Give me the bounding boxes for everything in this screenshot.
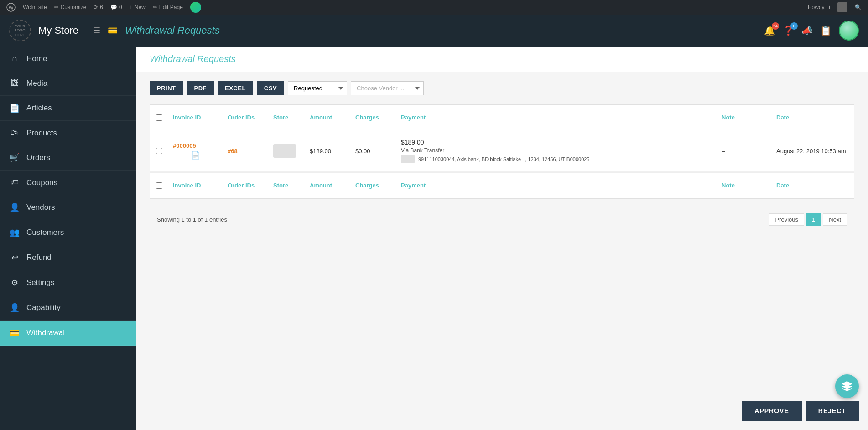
new-btn[interactable]: + New xyxy=(127,0,148,15)
customize-btn[interactable]: ✏ Customize xyxy=(52,0,89,15)
revisions-icon: ⟳ xyxy=(94,4,98,10)
header-invoice-id: Invoice ID xyxy=(168,110,223,124)
comments-btn[interactable]: 💬 0 xyxy=(108,0,125,15)
footer-select-all-checkbox[interactable] xyxy=(156,182,162,189)
howdy-text: Howdy, i xyxy=(805,0,833,15)
sidebar-label-media: Media xyxy=(26,79,47,88)
header-date: Date xyxy=(772,110,854,124)
approve-button[interactable]: APPROVE xyxy=(742,401,801,421)
notes-btn[interactable]: 📋 xyxy=(820,25,832,36)
sidebar-item-settings[interactable]: ⚙ Settings xyxy=(0,270,136,295)
table-header: Invoice ID Order IDs Store Amount Charge… xyxy=(150,105,854,130)
sidebar-label-customers: Customers xyxy=(26,228,64,237)
excel-button[interactable]: EXCEL xyxy=(218,81,253,95)
store-name: My Store xyxy=(38,25,78,36)
bank-info-text: 9911110030044, Axis bank, BD block Saltl… xyxy=(418,156,590,162)
pdf-button[interactable]: PDF xyxy=(187,81,214,95)
page-header-title: Withdrawal Requests xyxy=(150,54,854,64)
edit-page-btn[interactable]: ✏ Edit Page xyxy=(150,0,186,15)
content-area: PRINT PDF EXCEL CSV Requested Approved R… xyxy=(136,72,868,240)
page-1-btn[interactable]: 1 xyxy=(806,213,821,226)
row-amount: $189.00 xyxy=(305,144,351,158)
pagination-area: Showing 1 to 1 of 1 entries Previous 1 N… xyxy=(150,208,854,231)
row-store xyxy=(269,140,305,161)
footer-header-date: Date xyxy=(772,178,854,192)
vendor-select[interactable]: Choose Vendor ... xyxy=(351,81,424,95)
sidebar-label-vendors: Vendors xyxy=(26,203,55,212)
order-link[interactable]: #68 xyxy=(228,148,238,155)
sidebar-label-coupons: Coupons xyxy=(26,178,57,187)
invoice-download-icon[interactable]: 📄 xyxy=(173,151,218,160)
row-checkbox-cell xyxy=(150,144,168,158)
store-image xyxy=(273,144,296,158)
wp-logo[interactable]: W xyxy=(4,0,18,15)
sidebar: ⌂ Home 🖼 Media 📄 Articles 🛍 Products 🛒 O… xyxy=(0,47,136,430)
help-btn[interactable]: ❓ 0 xyxy=(783,25,794,36)
megaphone-btn[interactable]: 📣 xyxy=(801,25,813,36)
sidebar-item-customers[interactable]: 👥 Customers xyxy=(0,220,136,245)
sidebar-item-coupons[interactable]: 🏷 Coupons xyxy=(0,171,136,195)
user-avatar[interactable] xyxy=(839,21,859,41)
footer-header-order-ids: Order IDs xyxy=(223,178,269,192)
footer-header-charges: Charges xyxy=(351,178,396,192)
next-page-btn[interactable]: Next xyxy=(823,213,847,226)
sidebar-item-vendors[interactable]: 👤 Vendors xyxy=(0,195,136,220)
status-select[interactable]: Requested Approved Rejected xyxy=(288,81,347,95)
main-content: Withdrawal Requests PRINT PDF EXCEL CSV … xyxy=(136,47,868,430)
sidebar-item-articles[interactable]: 📄 Articles xyxy=(0,96,136,121)
print-button[interactable]: PRINT xyxy=(150,81,183,95)
page-header-bar: Withdrawal Requests xyxy=(136,47,868,72)
csv-button[interactable]: CSV xyxy=(257,81,284,95)
sidebar-item-home[interactable]: ⌂ Home xyxy=(0,47,136,71)
credit-card-icon[interactable]: 💳 xyxy=(108,26,118,36)
bottom-actions: APPROVE REJECT xyxy=(742,401,859,421)
footer-checkbox-cell xyxy=(150,179,168,192)
sidebar-item-refund[interactable]: ↩ Refund xyxy=(0,245,136,270)
search-bar-btn[interactable]: 🔍 xyxy=(852,0,864,15)
store-logo: YOUR LOGO HERE xyxy=(9,20,31,41)
sidebar-item-withdrawal[interactable]: 💳 Withdrawal xyxy=(0,321,136,346)
wcfm-avatar[interactable] xyxy=(187,0,204,15)
withdrawal-table: Invoice ID Order IDs Store Amount Charge… xyxy=(150,104,854,199)
bank-details: 9911110030044, Axis bank, BD block Saltl… xyxy=(401,155,712,163)
sidebar-item-capability[interactable]: 👤 Capability xyxy=(0,295,136,321)
footer-header-payment: Payment xyxy=(396,178,717,192)
sidebar-label-withdrawal: Withdrawal xyxy=(26,328,65,337)
footer-header-store: Store xyxy=(269,178,305,192)
fab-cube-button[interactable] xyxy=(835,374,859,398)
top-header: YOUR LOGO HERE My Store ☰ 💳 Withdrawal R… xyxy=(0,15,868,47)
admin-avatar[interactable] xyxy=(835,0,850,15)
footer-header-note: Note xyxy=(717,178,772,192)
articles-icon: 📄 xyxy=(9,103,20,113)
table-row: #000005 📄 #68 $189.00 $0.00 $189.00 xyxy=(150,130,854,172)
site-name-bar[interactable]: Wcfm site xyxy=(20,0,50,15)
sidebar-label-home: Home xyxy=(26,54,47,63)
content-wrapper: ⌂ Home 🖼 Media 📄 Articles 🛍 Products 🛒 O… xyxy=(0,47,868,430)
home-icon: ⌂ xyxy=(9,54,20,63)
payment-method: Via Bank Transfer xyxy=(401,147,712,154)
bank-logo xyxy=(401,155,415,163)
row-date: August 22, 2019 10:53 am xyxy=(772,144,854,158)
notifications-btn[interactable]: 🔔 24 xyxy=(764,25,775,36)
payment-amount: $189.00 xyxy=(401,139,712,146)
sidebar-item-products[interactable]: 🛍 Products xyxy=(0,121,136,145)
vendors-icon: 👤 xyxy=(9,202,20,212)
row-checkbox[interactable] xyxy=(156,148,162,154)
hamburger-icon[interactable]: ☰ xyxy=(93,26,100,36)
select-all-checkbox[interactable] xyxy=(156,114,162,121)
cube-icon xyxy=(842,381,852,392)
sidebar-label-articles: Articles xyxy=(26,104,52,113)
reject-button[interactable]: REJECT xyxy=(806,401,859,421)
row-note: – xyxy=(717,144,772,158)
sidebar-item-media[interactable]: 🖼 Media xyxy=(0,71,136,96)
sidebar-label-settings: Settings xyxy=(26,278,54,287)
invoice-link[interactable]: #000005 xyxy=(173,142,196,149)
revisions-btn[interactable]: ⟳ 6 xyxy=(91,0,106,15)
sidebar-item-orders[interactable]: 🛒 Orders xyxy=(0,145,136,171)
previous-page-btn[interactable]: Previous xyxy=(769,213,804,226)
withdrawal-icon: 💳 xyxy=(9,328,20,338)
row-order-ids: #68 xyxy=(223,144,269,158)
orders-icon: 🛒 xyxy=(9,153,20,163)
notes-icon: 📋 xyxy=(820,25,832,36)
header-store: Store xyxy=(269,110,305,124)
